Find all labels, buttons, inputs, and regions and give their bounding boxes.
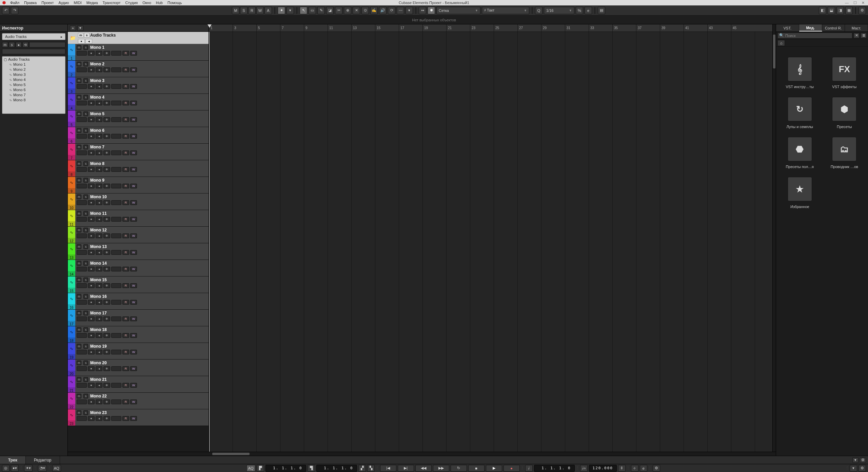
- track-solo-button[interactable]: s: [83, 128, 88, 133]
- inspector-name-field[interactable]: [2, 49, 65, 54]
- track-name[interactable]: Mono 12: [90, 228, 107, 232]
- track-row[interactable]: ∿12msMono 12●◂❄RW: [68, 227, 209, 243]
- inspector-mini-2[interactable]: ●: [16, 42, 22, 47]
- track-row[interactable]: ∿13msMono 13●◂❄RW: [68, 243, 209, 260]
- lower-settings-button[interactable]: ⚙: [860, 457, 866, 463]
- playhead-marker[interactable]: [208, 24, 212, 28]
- track-solo-button[interactable]: s: [83, 244, 88, 249]
- lower-tab[interactable]: Редактор: [26, 456, 60, 464]
- media-category[interactable]: ↻Лупы и семплы: [783, 97, 817, 129]
- track-row[interactable]: ∿8msMono 8●◂❄RW: [68, 160, 209, 177]
- track-record-enable[interactable]: ●: [88, 250, 95, 255]
- track-mute-button[interactable]: m: [77, 211, 81, 216]
- track-freeze-button[interactable]: ❄: [103, 350, 110, 354]
- track-solo-button[interactable]: s: [83, 394, 88, 398]
- tool-line-button[interactable]: 〰: [397, 7, 404, 14]
- tool-range-button[interactable]: ▭: [309, 7, 316, 14]
- redo-button[interactable]: ↷: [11, 7, 18, 14]
- media-tab[interactable]: Маст.: [845, 24, 868, 32]
- menu-транспорт[interactable]: Транспорт: [101, 1, 123, 5]
- tempo-track-toggle[interactable]: ♩⍝: [580, 465, 588, 472]
- media-home-button[interactable]: ⌂: [777, 40, 785, 46]
- track-write-button[interactable]: W: [130, 416, 137, 421]
- track-mute-button[interactable]: m: [77, 311, 81, 315]
- zoom-out-button[interactable]: ▾: [852, 457, 859, 463]
- transport-stop[interactable]: ■: [468, 465, 485, 472]
- media-category[interactable]: FXVST эффекты: [828, 57, 862, 89]
- track-row[interactable]: ∿16msMono 16●◂❄RW: [68, 293, 209, 310]
- ruler-tick[interactable]: 11: [328, 24, 351, 32]
- track-row[interactable]: ∿18msMono 18●◂❄RW: [68, 326, 209, 343]
- track-name[interactable]: Mono 13: [90, 244, 107, 249]
- folder-expand-button[interactable]: ●: [78, 39, 85, 44]
- track-name[interactable]: Mono 1: [90, 45, 104, 50]
- ruler-tick[interactable]: 13: [351, 24, 375, 32]
- playback-state-button[interactable]: ●▾: [11, 465, 19, 472]
- track-write-button[interactable]: W: [130, 117, 137, 122]
- track-row[interactable]: ∿3msMono 3●◂❄RW: [68, 77, 209, 94]
- track-monitor-button[interactable]: ◂: [96, 416, 102, 421]
- track-input-chip[interactable]: [77, 350, 87, 354]
- color-tool-button[interactable]: ▤: [598, 7, 605, 14]
- track-write-button[interactable]: W: [130, 67, 137, 72]
- track-name[interactable]: Mono 14: [90, 261, 107, 266]
- track-row[interactable]: ∿5msMono 5●◂❄RW: [68, 110, 209, 127]
- tree-item[interactable]: Mono 3: [8, 72, 65, 77]
- track-lane-chip[interactable]: [111, 350, 121, 354]
- track-record-enable[interactable]: ●: [88, 51, 95, 56]
- media-tab[interactable]: Control R.: [822, 24, 845, 32]
- track-freeze-button[interactable]: ❄: [103, 117, 110, 122]
- track-write-button[interactable]: W: [130, 134, 137, 139]
- transport-cycle[interactable]: ↻: [451, 465, 467, 472]
- tree-item[interactable]: Mono 6: [8, 87, 65, 93]
- track-input-chip[interactable]: [77, 416, 87, 421]
- track-solo-button[interactable]: s: [83, 178, 88, 183]
- track-name[interactable]: Mono 19: [90, 344, 107, 349]
- track-monitor-button[interactable]: ◂: [96, 200, 102, 205]
- track-read-button[interactable]: R: [122, 283, 129, 288]
- track-name[interactable]: Mono 5: [90, 111, 104, 116]
- track-lane-chip[interactable]: [111, 399, 121, 404]
- tool-glue-button[interactable]: ⊕: [344, 7, 351, 14]
- track-freeze-button[interactable]: ❄: [103, 283, 110, 288]
- menu-медиа[interactable]: Медиа: [84, 1, 100, 5]
- track-mute-button[interactable]: m: [77, 244, 81, 249]
- ruler-tick[interactable]: 1: [209, 24, 233, 32]
- global-m-button[interactable]: M: [232, 7, 239, 14]
- track-record-enable[interactable]: ●: [88, 184, 95, 188]
- transport-rewind-start[interactable]: |◀: [380, 465, 396, 472]
- track-mute-button[interactable]: m: [77, 344, 81, 349]
- track-record-enable[interactable]: ●: [88, 333, 95, 338]
- track-input-chip[interactable]: [77, 300, 87, 305]
- tool-erase-button[interactable]: ◪: [326, 7, 334, 14]
- folder-collapse-button[interactable]: ◂: [85, 39, 92, 44]
- track-solo-button[interactable]: s: [83, 361, 88, 365]
- track-read-button[interactable]: R: [122, 399, 129, 404]
- track-solo-button[interactable]: s: [83, 161, 88, 166]
- track-freeze-button[interactable]: ❄: [103, 250, 110, 255]
- track-lane-chip[interactable]: [111, 267, 121, 271]
- tool-select-button[interactable]: ↖: [300, 7, 307, 14]
- track-monitor-button[interactable]: ◂: [96, 350, 102, 354]
- track-lane-chip[interactable]: [111, 117, 121, 122]
- global-w-button[interactable]: W: [256, 7, 264, 14]
- track-input-chip[interactable]: [77, 117, 87, 122]
- track-write-button[interactable]: W: [130, 383, 137, 388]
- track-read-button[interactable]: R: [122, 84, 129, 89]
- track-row[interactable]: ∿14msMono 14●◂❄RW: [68, 260, 209, 276]
- lower-expand-button[interactable]: ▾: [850, 465, 857, 472]
- track-name[interactable]: Mono 3: [90, 78, 104, 83]
- track-monitor-button[interactable]: ◂: [96, 67, 102, 72]
- ruler-tick[interactable]: 43: [707, 24, 731, 32]
- track-mute-button[interactable]: m: [77, 410, 81, 415]
- track-mute-button[interactable]: m: [77, 45, 81, 50]
- media-category[interactable]: 🗂Проводник …ов: [828, 137, 862, 169]
- menu-проект[interactable]: Проект: [39, 1, 56, 5]
- track-mute-button[interactable]: m: [77, 377, 81, 382]
- track-record-enable[interactable]: ●: [88, 217, 95, 222]
- precount-toggle[interactable]: e: [640, 465, 647, 472]
- track-input-chip[interactable]: [77, 316, 87, 321]
- track-solo-button[interactable]: s: [83, 45, 88, 50]
- track-input-chip[interactable]: [77, 333, 87, 338]
- track-solo-button[interactable]: s: [83, 377, 88, 382]
